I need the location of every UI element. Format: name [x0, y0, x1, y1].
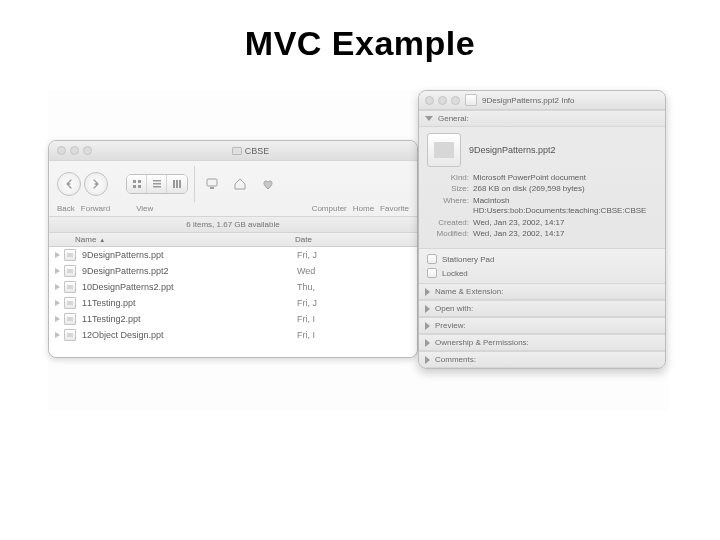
section-comments[interactable]: Comments:: [419, 351, 665, 368]
file-date: Thu,: [297, 282, 315, 292]
finder-toolbar: [49, 161, 417, 204]
column-date[interactable]: Date: [295, 235, 312, 244]
where-value: Macintosh HD:Users:bob:Documents:teachin…: [473, 196, 657, 217]
list-item[interactable]: 11Testing2.pptFri, I: [49, 311, 417, 327]
disclosure-right-icon: [425, 339, 430, 347]
svg-rect-8: [176, 180, 178, 188]
file-name: 10DesignPatterns2.ppt: [82, 282, 297, 292]
section-label: Ownership & Permissions:: [435, 338, 529, 347]
column-view-button[interactable]: [167, 175, 187, 193]
locked-label: Locked: [442, 269, 468, 278]
disclosure-down-icon: [425, 116, 433, 121]
file-name: 11Testing.ppt: [82, 298, 297, 308]
section-general[interactable]: General:: [419, 110, 665, 127]
screenshot-stage: CBSE: [48, 90, 668, 410]
section-label: Open with:: [435, 304, 473, 313]
list-view-button[interactable]: [147, 175, 167, 193]
where-key: Where:: [427, 196, 469, 217]
close-icon[interactable]: [425, 96, 434, 105]
file-icon: [64, 281, 76, 293]
view-mode-segment[interactable]: [126, 174, 188, 194]
back-button[interactable]: [57, 172, 81, 196]
file-icon: [64, 249, 76, 261]
svg-rect-6: [153, 186, 161, 188]
section-label: Preview:: [435, 321, 466, 330]
sort-asc-icon: ▲: [99, 237, 105, 243]
slide-title: MVC Example: [0, 0, 720, 63]
locked-check-row[interactable]: Locked: [419, 266, 665, 280]
favorite-label: Favorite: [380, 204, 409, 213]
zoom-icon[interactable]: [83, 146, 92, 155]
checkbox-icon[interactable]: [427, 254, 437, 264]
file-icon: [64, 297, 76, 309]
close-icon[interactable]: [57, 146, 66, 155]
column-name[interactable]: Name ▲: [55, 235, 295, 244]
svg-rect-3: [138, 185, 141, 188]
svg-rect-9: [179, 180, 181, 188]
zoom-icon[interactable]: [451, 96, 460, 105]
home-label: Home: [353, 204, 374, 213]
created-value: Wed, Jan 23, 2002, 14:17: [473, 218, 564, 228]
list-item[interactable]: 11Testing.pptFri, J: [49, 295, 417, 311]
list-item[interactable]: 9DesignPatterns.ppt2Wed: [49, 263, 417, 279]
svg-rect-5: [153, 183, 161, 185]
section-open-with[interactable]: Open with:: [419, 300, 665, 317]
disclosure-right-icon: [425, 322, 430, 330]
disclosure-icon: [55, 300, 61, 306]
disclosure-icon: [55, 268, 61, 274]
file-list: 9DesignPatterns.pptFri, J 9DesignPattern…: [49, 247, 417, 357]
size-key: Size:: [427, 184, 469, 194]
file-name: 9DesignPatterns.ppt2: [82, 266, 297, 276]
toolbar-labels: Back Forward View Computer Home Favorite: [49, 204, 417, 216]
toolbar-divider: [194, 166, 195, 202]
finder-title: CBSE: [92, 146, 409, 156]
section-label: Name & Extension:: [435, 287, 503, 296]
list-item[interactable]: 10DesignPatterns2.pptThu,: [49, 279, 417, 295]
home-button[interactable]: [229, 173, 251, 195]
section-preview[interactable]: Preview:: [419, 317, 665, 334]
disclosure-icon: [55, 316, 61, 322]
disclosure-right-icon: [425, 305, 430, 313]
section-name-ext[interactable]: Name & Extension:: [419, 283, 665, 300]
checkbox-icon[interactable]: [427, 268, 437, 278]
file-name: 12Object Design.ppt: [82, 330, 297, 340]
info-titlebar[interactable]: 9DesignPatterns.ppt2 Info: [419, 91, 665, 110]
disclosure-icon: [55, 332, 61, 338]
minimize-icon[interactable]: [438, 96, 447, 105]
window-controls: [425, 96, 460, 105]
kind-value: Microsoft PowerPoint document: [473, 173, 586, 183]
stationery-label: Stationery Pad: [442, 255, 494, 264]
file-icon: [64, 329, 76, 341]
file-date: Fri, J: [297, 298, 317, 308]
file-icon: [465, 94, 477, 106]
svg-rect-1: [138, 180, 141, 183]
info-filename: 9DesignPatterns.ppt2: [469, 145, 556, 155]
file-date: Fri, I: [297, 314, 315, 324]
stationery-check-row[interactable]: Stationery Pad: [419, 252, 665, 266]
disclosure-right-icon: [425, 288, 430, 296]
favorite-button[interactable]: [257, 173, 279, 195]
info-title-text: 9DesignPatterns.ppt2 Info: [482, 96, 575, 105]
minimize-icon[interactable]: [70, 146, 79, 155]
general-body: 9DesignPatterns.ppt2 Kind:Microsoft Powe…: [419, 127, 665, 248]
list-header: Name ▲ Date: [49, 233, 417, 247]
list-item[interactable]: 9DesignPatterns.pptFri, J: [49, 247, 417, 263]
column-name-label: Name: [75, 235, 96, 244]
finder-status: 6 items, 1.67 GB available: [49, 216, 417, 233]
finder-titlebar[interactable]: CBSE: [49, 141, 417, 161]
section-ownership[interactable]: Ownership & Permissions:: [419, 334, 665, 351]
svg-rect-10: [207, 179, 217, 186]
kind-key: Kind:: [427, 173, 469, 183]
file-name: 11Testing2.ppt: [82, 314, 297, 324]
computer-label: Computer: [312, 204, 347, 213]
computer-button[interactable]: [201, 173, 223, 195]
file-icon: [64, 313, 76, 325]
forward-label: Forward: [81, 204, 110, 213]
section-label: Comments:: [435, 355, 476, 364]
forward-button[interactable]: [84, 172, 108, 196]
modified-value: Wed, Jan 23, 2002, 14:17: [473, 229, 564, 239]
file-name: 9DesignPatterns.ppt: [82, 250, 297, 260]
icon-view-button[interactable]: [127, 175, 147, 193]
list-item[interactable]: 12Object Design.pptFri, I: [49, 327, 417, 343]
svg-rect-2: [133, 185, 136, 188]
